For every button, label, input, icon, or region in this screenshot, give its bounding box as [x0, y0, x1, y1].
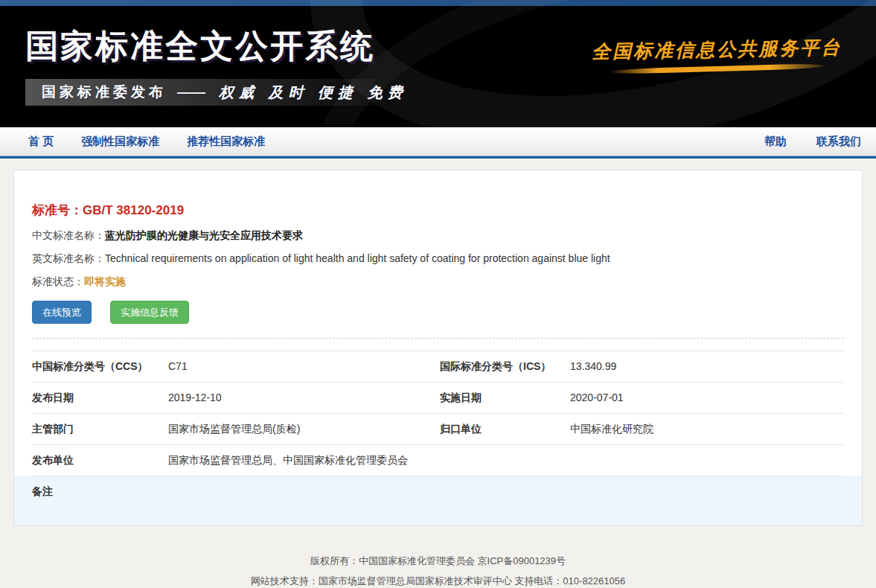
nav-item-contact-us[interactable]: 联系我们: [816, 135, 861, 149]
row-value-publish-date: 2019-12-10: [168, 392, 440, 404]
nav-item-help[interactable]: 帮助: [764, 135, 787, 149]
copyright-line: 版权所有：中国国家标准化管理委员会 京ICP备09001239号: [0, 551, 876, 571]
english-name-label: 英文标准名称：: [32, 252, 105, 264]
table-row: 中国标准分类号（CCS） C71 国际标准分类号（ICS） 13.340.99: [14, 351, 862, 382]
row-label-centralized-unit: 归口单位: [440, 423, 570, 435]
action-buttons: 在线预览 实施信息反馈: [32, 301, 844, 324]
nav-item-recommended-standards[interactable]: 推荐性国家标准: [187, 135, 265, 149]
publisher-label: 国家标准委发布: [42, 83, 167, 102]
row-label-implement-date: 实施日期: [440, 392, 570, 404]
table-row: 发布单位 国家市场监督管理总局、中国国家标准化管理委员会: [14, 444, 862, 476]
row-label-remark: 备注: [32, 485, 168, 498]
row-value-ccs: C71: [168, 360, 440, 373]
header-subtitle-band: 国家标准委发布 —— 权威 及时 便捷 免费: [25, 79, 375, 106]
dashed-separator: [32, 338, 844, 339]
row-value-empty-2: [570, 485, 844, 498]
implementation-feedback-button[interactable]: 实施信息反馈: [110, 301, 189, 324]
nav-right-group: 帮助 联系我们: [735, 135, 861, 149]
chinese-name-line: 中文标准名称：蓝光防护膜的光健康与光安全应用技术要求: [32, 229, 844, 242]
table-row: 发布日期 2019-12-10 实施日期 2020-07-01: [14, 382, 862, 413]
nav-item-mandatory-standards[interactable]: 强制性国家标准: [81, 135, 159, 149]
row-value-competent-dept: 国家市场监督管理总局(质检): [168, 423, 440, 435]
row-label-issuing-unit: 发布单位: [32, 454, 168, 467]
status-line: 标准状态：即将实施: [32, 275, 844, 288]
standard-number-label: 标准号：: [32, 203, 83, 217]
chinese-name-value: 蓝光防护膜的光健康与光安全应用技术要求: [105, 229, 303, 241]
row-label-empty-2: [440, 485, 570, 498]
table-row-remark: 备注: [14, 476, 862, 525]
page-footer: 版权所有：中国国家标准化管理委员会 京ICP备09001239号 网站技术支持：…: [0, 551, 876, 588]
standard-summary-section: 标准号：GB/T 38120-2019 中文标准名称：蓝光防护膜的光健康与光安全…: [14, 170, 862, 324]
row-label-publish-date: 发布日期: [32, 392, 168, 404]
status-badge: 即将实施: [84, 275, 126, 287]
nav-divider-line: [0, 156, 876, 159]
chinese-name-label: 中文标准名称：: [32, 229, 105, 241]
row-value-centralized-unit: 中国标准化研究院: [570, 423, 844, 435]
row-value-issuing-unit: 国家市场监督管理总局、中国国家标准化管理委员会: [168, 454, 440, 467]
platform-name: 全国标准信息公共服务平台: [592, 35, 843, 64]
row-value-ics: 13.340.99: [570, 360, 844, 373]
row-value-empty: [570, 454, 844, 467]
subtitle-dash: ——: [177, 84, 205, 100]
standard-info-table: 中国标准分类号（CCS） C71 国际标准分类号（ICS） 13.340.99 …: [14, 351, 862, 525]
standard-number-line: 标准号：GB/T 38120-2019: [32, 202, 844, 219]
row-value-remark: [168, 485, 440, 498]
english-name-value: Technical requirements on application of…: [105, 252, 610, 264]
nav-item-home[interactable]: 首 页: [28, 135, 54, 149]
row-label-empty: [440, 454, 570, 467]
status-label: 标准状态：: [32, 275, 84, 287]
row-label-ccs: 中国标准分类号（CCS）: [32, 360, 168, 373]
tech-support-line: 网站技术支持：国家市场监督管理总局国家标准技术审评中心 支持电话：010-822…: [0, 571, 876, 588]
site-title: 国家标准全文公开系统: [25, 25, 375, 68]
standard-detail-card: 标准号：GB/T 38120-2019 中文标准名称：蓝光防护膜的光健康与光安全…: [13, 170, 863, 526]
online-preview-button[interactable]: 在线预览: [32, 301, 92, 324]
platform-banner: 全国标准信息公共服务平台: [592, 37, 842, 71]
row-value-implement-date: 2020-07-01: [570, 392, 844, 404]
english-name-line: 英文标准名称：Technical requirements on applica…: [32, 252, 844, 265]
header-slogan: 权威 及时 便捷 免费: [219, 83, 408, 103]
table-row: 主管部门 国家市场监督管理总局(质检) 归口单位 中国标准化研究院: [14, 413, 862, 444]
standard-number-value: GB/T 38120-2019: [83, 203, 184, 217]
row-label-ics: 国际标准分类号（ICS）: [440, 360, 570, 373]
main-nav: 首 页 强制性国家标准 推荐性国家标准 帮助 联系我们: [0, 127, 876, 156]
site-header: 国家标准全文公开系统 国家标准委发布 —— 权威 及时 便捷 免费 全国标准信息…: [0, 0, 876, 127]
row-label-competent-dept: 主管部门: [32, 423, 168, 435]
